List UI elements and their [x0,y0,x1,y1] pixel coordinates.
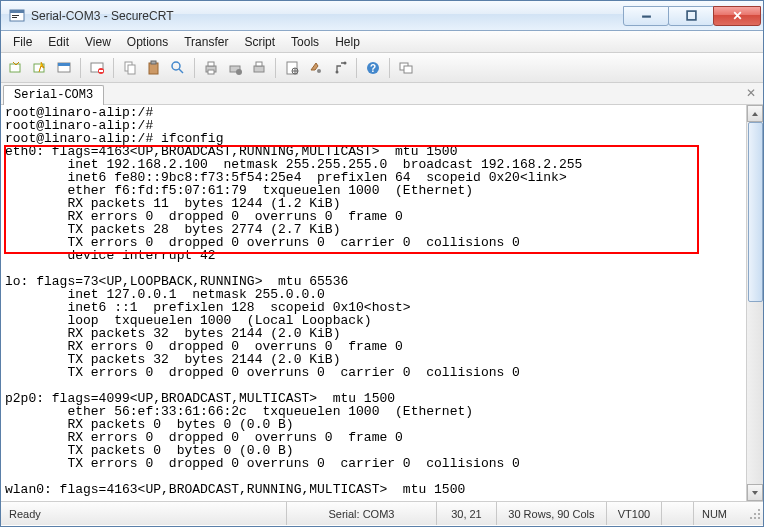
svg-point-29 [344,61,347,64]
separator [275,58,276,78]
svg-rect-2 [12,15,19,16]
svg-point-39 [758,517,760,519]
tab-close-icon[interactable]: ✕ [743,85,759,101]
status-cursor: 30, 21 [437,502,497,525]
scroll-down-icon[interactable] [747,484,763,501]
options-icon[interactable] [305,57,327,79]
paste-icon[interactable] [143,57,165,79]
separator [194,58,195,78]
menu-view[interactable]: View [77,32,119,52]
status-bar: Ready Serial: COM3 30, 21 30 Rows, 90 Co… [1,501,763,525]
reconnect-icon[interactable] [86,57,108,79]
toolbar: ? [1,53,763,83]
close-button[interactable] [713,6,761,26]
connect-icon[interactable] [5,57,27,79]
help-icon[interactable]: ? [362,57,384,79]
svg-point-28 [336,70,339,73]
find-icon[interactable] [167,57,189,79]
quick-connect-icon[interactable] [29,57,51,79]
minimize-button[interactable] [623,6,669,26]
maximize-button[interactable] [668,6,714,26]
svg-rect-23 [254,66,264,72]
svg-point-22 [236,69,242,75]
menu-transfer[interactable]: Transfer [176,32,236,52]
resize-grip-icon[interactable] [747,506,763,522]
svg-rect-4 [642,16,651,18]
scroll-up-icon[interactable] [747,105,763,122]
svg-rect-9 [58,63,70,66]
svg-point-17 [172,62,180,70]
svg-rect-6 [10,64,20,72]
title-bar: Serial-COM3 - SecureCRT [1,1,763,31]
separator [80,58,81,78]
svg-rect-14 [128,65,135,74]
status-term: VT100 [607,502,662,525]
terminal-output: root@linaro-alip:/# root@linaro-alip:/# … [1,105,746,497]
tab-bar: Serial-COM3 ✕ [1,83,763,105]
menu-options[interactable]: Options [119,32,176,52]
vertical-scrollbar[interactable] [746,105,763,501]
status-num: NUM [694,502,747,525]
copy-icon[interactable] [119,57,141,79]
svg-point-35 [754,513,756,515]
svg-text:?: ? [370,63,376,74]
svg-point-38 [754,517,756,519]
svg-rect-5 [687,11,696,20]
print-icon[interactable] [200,57,222,79]
svg-rect-15 [149,63,158,74]
sessions-icon[interactable] [395,57,417,79]
status-size: 30 Rows, 90 Cols [497,502,607,525]
svg-rect-12 [99,70,103,72]
print-setup-icon[interactable] [224,57,246,79]
window-buttons [624,6,761,26]
properties-icon[interactable] [281,57,303,79]
svg-rect-16 [151,61,156,64]
separator [356,58,357,78]
session-tab[interactable]: Serial-COM3 [3,85,104,105]
menu-script[interactable]: Script [236,32,283,52]
menu-file[interactable]: File [5,32,40,52]
status-caps [662,502,694,525]
status-serial: Serial: COM3 [287,502,437,525]
keymap-icon[interactable] [329,57,351,79]
svg-rect-19 [208,62,214,66]
connect-bar-icon[interactable] [53,57,75,79]
menu-edit[interactable]: Edit [40,32,77,52]
svg-point-27 [317,69,321,73]
menu-bar: File Edit View Options Transfer Script T… [1,31,763,53]
scroll-thumb[interactable] [748,122,763,302]
svg-point-36 [758,513,760,515]
svg-rect-1 [10,10,24,13]
svg-rect-3 [12,17,17,18]
separator [113,58,114,78]
print-screen-icon[interactable] [248,57,270,79]
menu-help[interactable]: Help [327,32,368,52]
window-title: Serial-COM3 - SecureCRT [31,9,624,23]
status-ready: Ready [1,502,287,525]
app-icon [9,8,25,24]
separator [389,58,390,78]
svg-point-34 [758,509,760,511]
svg-rect-33 [404,66,412,73]
svg-rect-20 [208,70,214,74]
svg-point-37 [750,517,752,519]
terminal-pane[interactable]: root@linaro-alip:/# root@linaro-alip:/# … [1,105,763,501]
menu-tools[interactable]: Tools [283,32,327,52]
svg-rect-24 [256,62,262,66]
